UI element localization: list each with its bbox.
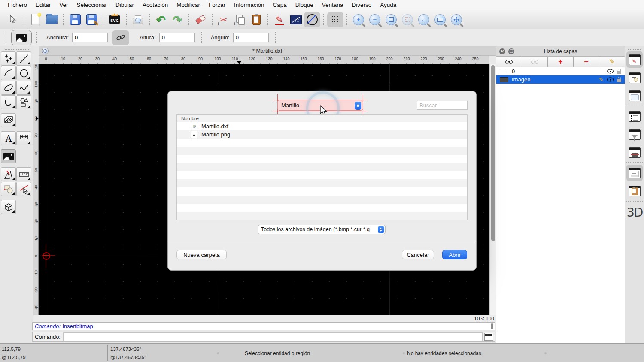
open-file-button[interactable] (44, 12, 60, 27)
select-cursor-button[interactable] (4, 12, 21, 27)
cut-button[interactable]: ✂+ (216, 12, 232, 27)
modify-circle-button[interactable] (304, 12, 320, 27)
redo-button[interactable]: ↷ (169, 12, 185, 27)
dock-layer-list-button[interactable]: ✎ (626, 51, 643, 68)
keep-aspect-ratio-button[interactable] (112, 30, 129, 45)
new-document-button[interactable] (27, 12, 44, 27)
dock-3d-label[interactable]: 3D (625, 205, 644, 220)
text-tool-button[interactable]: A (1, 131, 16, 145)
palette-handle[interactable] (5, 49, 29, 50)
altura-input[interactable] (159, 33, 195, 42)
menu-item-ver[interactable]: Ver (55, 2, 72, 8)
measure-tool-button[interactable] (16, 167, 31, 181)
ellipse-tool-button[interactable] (1, 81, 16, 95)
scale-button[interactable] (288, 12, 304, 27)
save-button[interactable] (67, 12, 83, 27)
scrollbar-thumb[interactable] (491, 65, 495, 241)
menu-item-ventana[interactable]: Ventana (318, 2, 348, 8)
save-as-button[interactable]: ✎ (83, 12, 100, 27)
layer-lock-icon[interactable] (617, 79, 621, 82)
points-tool-button[interactable] (1, 51, 16, 66)
layer-visible-icon[interactable] (607, 69, 614, 74)
document-titlebar[interactable]: * Martillo.dxf (39, 46, 496, 56)
edit-layer-button[interactable]: ✎ (599, 57, 625, 67)
file-row[interactable]: Martillo.dxf (177, 122, 467, 130)
canvas-vertical-scrollbar[interactable] (489, 64, 496, 315)
spline-tool-button[interactable] (16, 81, 31, 95)
modify-tool-button[interactable] (1, 167, 16, 181)
select-tool-button[interactable] (16, 182, 31, 196)
zoom-window-button[interactable] (432, 12, 448, 27)
draw-order-button[interactable]: ✎ (271, 12, 288, 27)
polyline-tool-button[interactable] (1, 95, 16, 109)
cancel-button[interactable]: Cancelar (402, 250, 434, 259)
image-tool-button[interactable] (1, 149, 16, 163)
polygon-tool-button[interactable] (16, 95, 31, 109)
eraser-button[interactable] (192, 12, 209, 27)
line-tool-button[interactable] (16, 51, 31, 66)
show-all-layers-button[interactable] (496, 57, 522, 67)
file-list-header[interactable]: Nombre (177, 115, 467, 122)
hide-all-layers-button[interactable] (522, 57, 548, 67)
open-button[interactable]: Abrir (442, 250, 467, 259)
layer-row-0[interactable]: 0 (496, 67, 625, 75)
add-layer-button[interactable]: + (548, 57, 574, 67)
menu-item-diverso[interactable]: Diverso (347, 2, 376, 8)
solid-3d-tool-button[interactable] (1, 200, 16, 214)
zoom-auto-button[interactable] (383, 12, 399, 27)
anchura-input[interactable] (72, 33, 108, 42)
dock-library-browser-button[interactable] (626, 87, 643, 104)
paste-button[interactable] (248, 12, 264, 27)
zoom-pan-button[interactable] (448, 12, 465, 27)
dock-handle[interactable] (628, 49, 641, 50)
history-scrollbar-thumb[interactable] (491, 323, 493, 329)
search-input[interactable] (417, 101, 468, 110)
menu-item-ayuda[interactable]: Ayuda (376, 2, 401, 8)
menu-item-modificar[interactable]: Modificar (172, 2, 204, 8)
dock-entity-list-button[interactable] (626, 108, 643, 124)
insert-image-tool-button[interactable] (11, 30, 32, 45)
circle-tool-button[interactable] (16, 66, 31, 80)
arc-tool-button[interactable] (1, 66, 16, 80)
filter-stepper-icon[interactable] (378, 226, 384, 233)
block-tool-button[interactable] (1, 182, 16, 196)
menu-item-informacion[interactable]: Información (230, 2, 269, 8)
new-folder-button[interactable]: Nueva carpeta (176, 250, 227, 259)
file-type-filter[interactable]: Todos los archivos de imágen (*.bmp *.cu… (258, 225, 386, 234)
undo-button[interactable]: ↶ (153, 12, 169, 27)
menu-item-capa[interactable]: Capa (269, 2, 291, 8)
remove-layer-button[interactable]: − (574, 57, 599, 67)
zoom-previous-button[interactable] (399, 12, 416, 27)
angulo-input[interactable] (233, 33, 269, 42)
copy-button[interactable]: + (232, 12, 248, 27)
snap-grid-button[interactable] (327, 12, 343, 27)
dimension-tool-button[interactable] (16, 131, 31, 145)
layer-visible-icon[interactable] (607, 78, 614, 82)
command-input[interactable] (63, 332, 483, 341)
zoom-in-button[interactable]: + (350, 12, 367, 27)
menu-item-editar[interactable]: Editar (31, 2, 55, 8)
hatch-tool-button[interactable] (1, 113, 16, 127)
layer-edit-icon[interactable]: ✎ (599, 76, 604, 83)
detach-command-window-icon[interactable] (484, 333, 493, 341)
file-row[interactable]: Martillo.png (177, 130, 467, 139)
menu-item-forzar[interactable]: Forzar (204, 2, 230, 8)
dock-selection-filter-button[interactable] (626, 126, 643, 142)
file-list[interactable]: Nombre Martillo.dxfMartillo.png (176, 114, 468, 220)
dock-plot-preview-button[interactable] (626, 144, 643, 160)
layer-lock-icon[interactable] (617, 71, 621, 74)
print-preview-button[interactable] (130, 12, 146, 27)
dock-command-widget-button[interactable] (626, 165, 643, 181)
export-svg-button[interactable]: SVG (106, 12, 123, 27)
zoom-redraw-button[interactable]: ← (416, 12, 432, 27)
dock-block-list-button[interactable] (626, 69, 643, 86)
dock-clipboard-button[interactable] (626, 183, 643, 199)
menu-item-seleccionar[interactable]: Seleccionar (73, 2, 112, 8)
menu-item-acotacion[interactable]: Acotación (138, 2, 172, 8)
zoom-out-button[interactable]: − (367, 12, 383, 27)
combo-stepper-icon[interactable] (355, 102, 361, 110)
menu-item-dibujar[interactable]: Dibujar (111, 2, 138, 8)
menu-item-bloque[interactable]: Bloque (291, 2, 318, 8)
layer-row-imagen[interactable]: Imagen ✎ (496, 75, 625, 84)
command-history[interactable]: Comando: insertbitmap (32, 322, 495, 330)
